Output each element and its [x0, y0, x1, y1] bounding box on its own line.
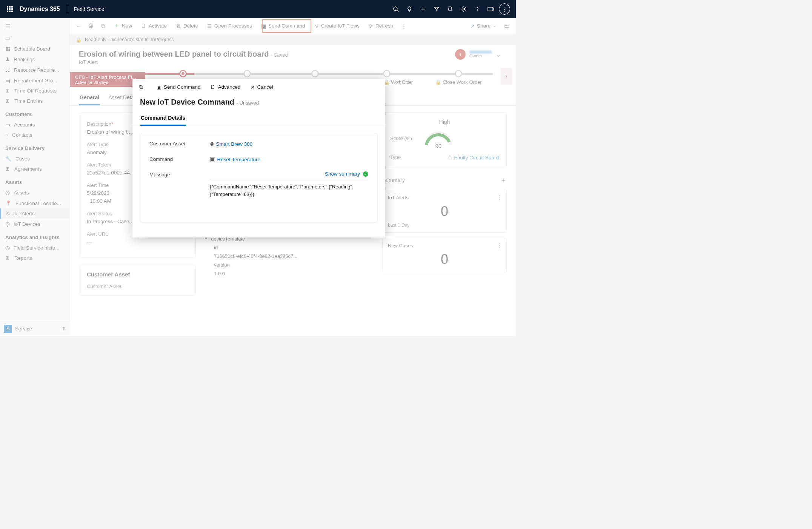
assistant-icon[interactable]	[484, 2, 498, 16]
help-icon[interactable]	[471, 2, 484, 16]
dialog-advanced-button[interactable]: 🗋Advanced	[207, 83, 245, 91]
dialog-unsaved: - Unsaved	[237, 100, 259, 106]
user-avatar[interactable]: ⋮	[498, 2, 511, 16]
dialog-cancel-button[interactable]: ✕Cancel	[247, 83, 277, 92]
divider	[67, 5, 67, 14]
dialog-tab-command-details[interactable]: Command Details	[140, 113, 186, 126]
app-launcher-icon[interactable]	[5, 4, 15, 14]
svg-point-5	[463, 8, 465, 10]
gear-icon[interactable]	[457, 2, 471, 16]
svg-point-0	[394, 7, 397, 11]
dialog-command-bar: ⧉ ▣Send Command 🗋Advanced ✕Cancel	[132, 79, 385, 96]
dialog-popout-icon[interactable]: ⧉	[138, 83, 145, 92]
val-command[interactable]: Reset Temperature	[217, 157, 260, 162]
lbl-command: Command	[149, 156, 202, 162]
svg-line-1	[397, 10, 398, 12]
dialog-tabs: Command Details	[132, 110, 385, 126]
bell-icon[interactable]	[443, 2, 457, 16]
svg-rect-8	[493, 8, 494, 10]
dialog-form-card: Customer Asset ◈ Smart Brew 300 Command …	[140, 133, 378, 222]
check-icon: ✓	[363, 171, 368, 177]
lbl-customer-asset: Customer Asset	[149, 140, 202, 147]
app-name[interactable]: Field Service	[74, 6, 105, 12]
search-icon[interactable]	[389, 2, 403, 16]
lbl-message: Message	[149, 171, 202, 177]
val-customer-asset[interactable]: Smart Brew 300	[216, 141, 252, 147]
dialog-send-button[interactable]: ▣Send Command	[153, 83, 205, 92]
brand-label: Dynamics 365	[20, 6, 60, 12]
plus-icon[interactable]	[416, 2, 430, 16]
filter-icon[interactable]	[430, 2, 443, 16]
svg-point-6	[477, 11, 478, 11]
dialog-title: New IoT Device Command - Unsaved	[140, 98, 378, 106]
svg-rect-7	[488, 7, 493, 11]
send-command-dialog: ⧉ ▣Send Command 🗋Advanced ✕Cancel New Io…	[132, 79, 385, 238]
global-topbar: Dynamics 365 Field Service ⋮	[0, 0, 516, 18]
show-summary-link[interactable]: Show summary	[325, 171, 360, 177]
lightbulb-icon[interactable]	[403, 2, 416, 16]
message-textarea[interactable]: {"CommandName":"Reset Temperature","Para…	[210, 179, 368, 198]
